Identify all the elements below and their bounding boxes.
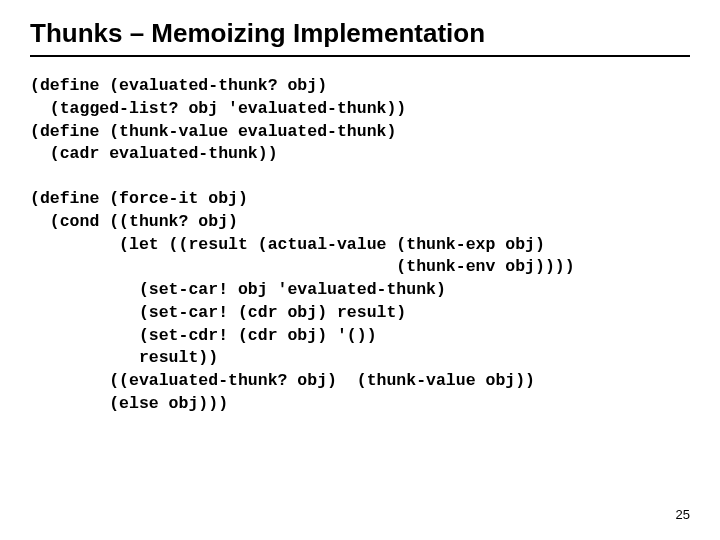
title-rule xyxy=(30,55,690,57)
page-number: 25 xyxy=(676,507,690,522)
code-block-2: (define (force-it obj) (cond ((thunk? ob… xyxy=(30,188,690,416)
slide-content: Thunks – Memoizing Implementation (defin… xyxy=(0,0,720,416)
spacer xyxy=(30,166,690,188)
slide-title: Thunks – Memoizing Implementation xyxy=(30,18,690,49)
code-block-1: (define (evaluated-thunk? obj) (tagged-l… xyxy=(30,75,690,166)
